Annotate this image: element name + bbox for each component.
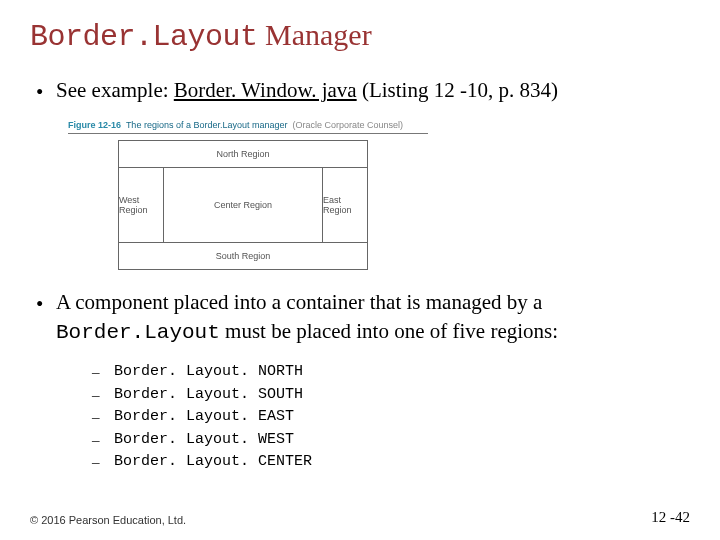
list-item: –Border. Layout. WEST [92,429,690,452]
title-code: Border.Layout [30,20,258,54]
figure-title: The regions of a Border.Layout manager [126,120,288,130]
bullet-dot-icon: • [30,288,56,318]
bullet-1-suffix: (Listing 12 -10, p. 834) [357,78,558,102]
figure-caption: Figure 12-16 The regions of a Border.Lay… [68,120,428,134]
list-item: –Border. Layout. SOUTH [92,384,690,407]
bullet-1-prefix: See example: [56,78,174,102]
mid-row: West Region Center Region East Region [119,167,367,243]
slide-title: Border.Layout Manager [30,18,690,54]
dash-icon: – [92,384,114,407]
bullet-1-text: See example: Border. Window. java (Listi… [56,76,690,104]
north-region: North Region [119,141,367,167]
constant-south: Border. Layout. SOUTH [114,384,303,407]
list-item: –Border. Layout. EAST [92,406,690,429]
constant-north: Border. Layout. NORTH [114,361,303,384]
figure-sub: (Oracle Corporate Counsel) [293,120,404,130]
list-item: –Border. Layout. CENTER [92,451,690,474]
list-item: –Border. Layout. NORTH [92,361,690,384]
constant-east: Border. Layout. EAST [114,406,294,429]
dash-icon: – [92,451,114,474]
figure-block: Figure 12-16 The regions of a Border.Lay… [68,120,690,270]
page-number: 12 -42 [651,509,690,526]
south-region: South Region [119,243,367,269]
west-region: West Region [119,168,163,242]
dash-icon: – [92,429,114,452]
bullet-2: • A component placed into a container th… [30,288,690,347]
border-layout-diagram: North Region West Region Center Region E… [118,140,368,270]
example-link[interactable]: Border. Window. java [174,78,357,102]
east-region: East Region [323,168,367,242]
constant-west: Border. Layout. WEST [114,429,294,452]
bullet-2-line1: A component placed into a container that… [56,290,542,314]
bullet-2-line2: must be placed into one of five regions: [220,319,558,343]
bullet-1: • See example: Border. Window. java (Lis… [30,76,690,106]
bullet-2-code: Border.Layout [56,321,220,344]
constants-list: –Border. Layout. NORTH –Border. Layout. … [92,361,690,474]
copyright-text: © 2016 Pearson Education, Ltd. [30,514,186,526]
bullet-dot-icon: • [30,76,56,106]
dash-icon: – [92,406,114,429]
bullet-2-text: A component placed into a container that… [56,288,690,347]
title-text: Manager [258,18,372,51]
figure-number: Figure 12-16 [68,120,121,130]
center-region: Center Region [163,168,323,242]
dash-icon: – [92,361,114,384]
constant-center: Border. Layout. CENTER [114,451,312,474]
